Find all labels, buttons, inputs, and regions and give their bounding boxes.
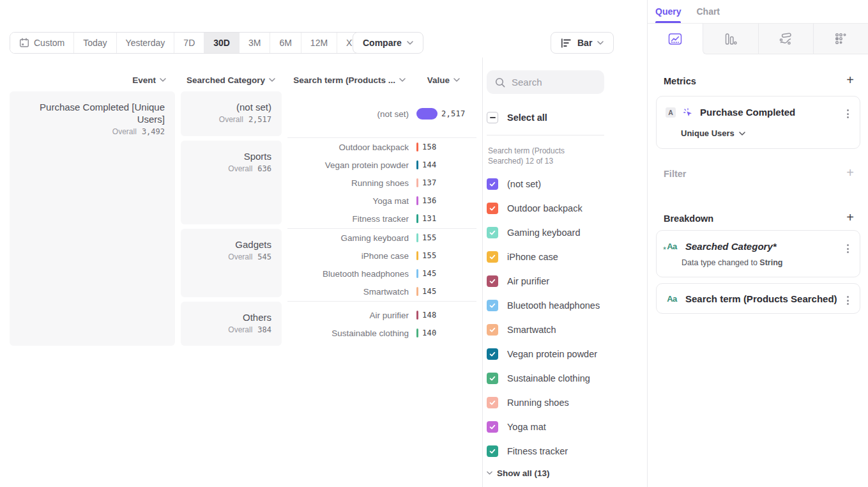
date-range-today[interactable]: Today xyxy=(74,33,116,53)
check-icon xyxy=(489,399,496,406)
value-row: Fitness tracker 131 xyxy=(287,210,479,228)
kebab-menu-icon[interactable] xyxy=(844,242,851,256)
legend-item[interactable]: Fitness tracker xyxy=(487,439,640,463)
tab-query[interactable]: Query xyxy=(655,0,681,23)
value-number: 145 xyxy=(422,287,437,296)
value-bar[interactable] xyxy=(416,311,418,320)
add-filter-button[interactable]: + xyxy=(845,168,855,178)
value-bar[interactable] xyxy=(416,251,418,260)
legend-item-label: Sustainable clothing xyxy=(507,373,590,383)
sidebar-tabs: Query Chart xyxy=(648,0,868,24)
search-term-label: Bluetooth headphones xyxy=(287,269,409,279)
column-header-event[interactable]: Event xyxy=(10,75,166,85)
search-term-label: Air purifier xyxy=(287,311,409,320)
measure-dropdown[interactable]: Unique Users xyxy=(681,128,745,138)
legend-checkbox[interactable] xyxy=(487,251,498,263)
value-bar[interactable] xyxy=(416,178,418,187)
value-bar[interactable] xyxy=(416,329,418,337)
value-number: 144 xyxy=(422,160,437,169)
overall-value: 545 xyxy=(257,252,271,261)
metric-event-name: Purchase Completed xyxy=(700,107,795,118)
overall-total: 3,492 xyxy=(142,127,165,136)
value-bar[interactable] xyxy=(416,214,418,223)
value-number: 155 xyxy=(422,251,437,260)
value-bar[interactable] xyxy=(416,196,418,205)
value-number: 136 xyxy=(422,196,437,205)
legend-search[interactable] xyxy=(487,70,604,94)
value-rows: (not set) 2,517 Outdoor backpack 158 Veg… xyxy=(287,0,479,487)
breakdown-property-label: Searched Category* xyxy=(685,241,777,252)
search-term-label: Vegan protein powder xyxy=(287,160,409,170)
date-range-label: Custom xyxy=(34,38,65,48)
select-all-checkbox[interactable] xyxy=(487,112,498,123)
legend-item[interactable]: Air purifier xyxy=(487,269,640,293)
legend-checkbox[interactable] xyxy=(487,324,498,336)
legend-item[interactable]: Sustainable clothing xyxy=(487,366,640,390)
legend-checkbox[interactable] xyxy=(487,373,498,384)
value-row: Yoga mat 136 xyxy=(287,192,479,210)
tab-chart[interactable]: Chart xyxy=(696,0,720,23)
add-breakdown-button[interactable]: + xyxy=(845,213,855,223)
value-row: Air purifier 148 xyxy=(287,306,479,324)
value-number: 148 xyxy=(422,311,437,320)
check-icon xyxy=(489,350,496,358)
search-term-label: (not set) xyxy=(287,109,409,119)
row-group-divider xyxy=(287,137,476,138)
legend-checkbox[interactable] xyxy=(487,421,498,433)
legend-item[interactable]: iPhone case xyxy=(487,245,640,269)
legend-item-label: Yoga mat xyxy=(507,422,546,432)
value-bar[interactable] xyxy=(416,108,438,120)
legend-checkbox[interactable] xyxy=(487,445,498,457)
search-term-label: Fitness tracker xyxy=(287,214,409,224)
legend-checkbox[interactable] xyxy=(487,275,498,287)
sidebar-tab-label: Chart xyxy=(696,6,720,17)
value-bar[interactable] xyxy=(416,233,418,242)
legend-checkbox[interactable] xyxy=(487,348,498,360)
kebab-menu-icon[interactable] xyxy=(844,107,851,121)
breakdown-card[interactable]: Aa* Searched Category* Data type changed… xyxy=(656,230,860,277)
value-bar[interactable] xyxy=(416,160,418,169)
tab-funnels[interactable] xyxy=(703,24,758,54)
tab-retention[interactable] xyxy=(813,24,868,54)
value-number: 140 xyxy=(422,329,437,337)
metric-card[interactable]: A Purchase Completed Unique Users xyxy=(656,96,860,149)
kebab-menu-icon[interactable] xyxy=(844,293,851,307)
legend-checkbox[interactable] xyxy=(487,203,498,214)
value-row: Sustainable clothing 140 xyxy=(287,324,479,342)
legend-item[interactable]: Yoga mat xyxy=(487,415,640,439)
show-all-label: Show all (13) xyxy=(497,468,550,478)
legend-checkbox[interactable] xyxy=(487,178,498,190)
legend-checkbox[interactable] xyxy=(487,300,498,311)
value-bar[interactable] xyxy=(416,269,418,278)
legend-item[interactable]: Bluetooth headphones xyxy=(487,293,640,318)
search-input[interactable] xyxy=(512,77,595,88)
date-range-custom[interactable]: Custom xyxy=(10,33,74,53)
breakdown-list: Aa* Searched Category* Data type changed… xyxy=(656,230,860,320)
tab-flows[interactable] xyxy=(758,24,813,54)
legend-checkbox[interactable] xyxy=(487,227,498,238)
legend-item[interactable]: Vegan protein powder xyxy=(487,342,640,366)
select-all[interactable]: Select all xyxy=(487,111,547,124)
add-metric-button[interactable]: + xyxy=(845,75,855,86)
legend-item[interactable]: Smartwatch xyxy=(487,318,640,342)
legend-item[interactable]: Gaming keyboard xyxy=(487,220,640,245)
overall-label: Overall xyxy=(219,115,243,124)
select-all-label: Select all xyxy=(507,112,547,123)
overall-label: Overall xyxy=(228,252,252,261)
value-bar[interactable] xyxy=(416,287,418,296)
breakdown-card[interactable]: Aa Search term (Products Searched) xyxy=(656,283,860,314)
legend-panel: Select all Search term (Products Searche… xyxy=(482,0,646,487)
search-term-label: iPhone case xyxy=(287,251,409,261)
legend-checkbox[interactable] xyxy=(487,397,498,408)
check-icon xyxy=(489,423,496,431)
legend-item[interactable]: Running shoes xyxy=(487,390,640,415)
category-name: (not set) xyxy=(191,101,271,113)
value-bar[interactable] xyxy=(416,143,418,151)
date-range-yesterday[interactable]: Yesterday xyxy=(117,33,175,53)
legend-item[interactable]: Outdoor backpack xyxy=(487,196,640,220)
query-type-tabs xyxy=(648,24,868,54)
measure-label: Unique Users xyxy=(681,128,735,138)
legend-item[interactable]: (not set) xyxy=(487,172,640,196)
tab-insights[interactable] xyxy=(648,24,703,54)
show-all-button[interactable]: Show all (13) xyxy=(487,467,550,479)
